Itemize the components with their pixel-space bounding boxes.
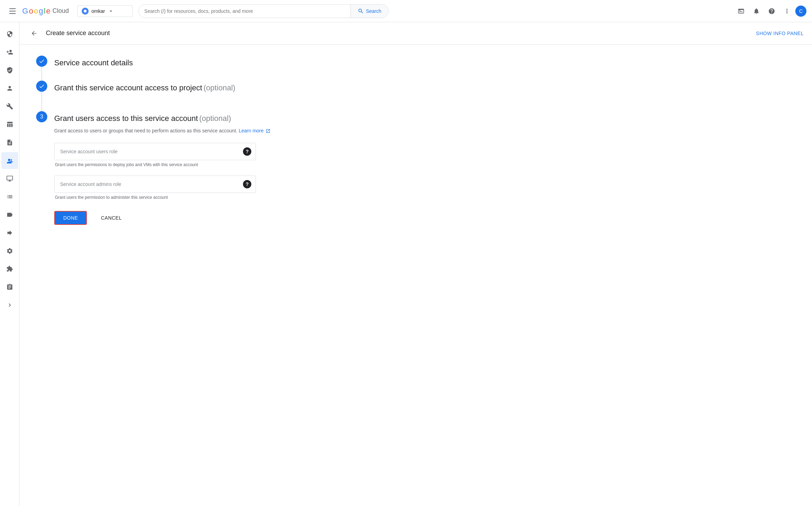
chevron-right-icon	[6, 302, 13, 309]
project-icon	[82, 8, 89, 15]
search-input[interactable]	[139, 5, 350, 17]
step-3-optional: (optional)	[199, 114, 231, 123]
step-1-indicator	[36, 56, 47, 81]
more-vert-icon	[783, 8, 790, 15]
manage-accounts-icon	[6, 157, 13, 164]
wrench-icon	[6, 103, 13, 110]
main-content: Create service account SHOW INFO PANEL S…	[19, 22, 812, 506]
sidebar-item-shield2[interactable]	[1, 62, 18, 79]
step-2-line	[41, 92, 42, 111]
page-header-left: Create service account	[28, 27, 110, 40]
step-3-description: Grant access to users or groups that nee…	[54, 127, 316, 134]
search-bar: Search	[138, 4, 389, 18]
users-role-field-group: ? Grant users the permissions to deploy …	[54, 143, 316, 167]
hamburger-menu[interactable]	[6, 4, 19, 18]
nav-icons: C	[734, 4, 806, 18]
step-3-circle: 3	[36, 111, 47, 122]
admins-role-help-button[interactable]: ?	[239, 176, 255, 193]
step-3-title: Grant users access to this service accou…	[54, 114, 198, 123]
checkmark-icon	[39, 58, 45, 64]
hamburger-icon	[9, 8, 16, 14]
step-3-heading: Grant users access to this service accou…	[54, 113, 316, 124]
sidebar-item-document[interactable]	[1, 134, 18, 151]
back-arrow-icon	[31, 30, 38, 37]
done-button[interactable]: DONE	[54, 211, 87, 225]
step-2-optional: (optional)	[203, 83, 235, 92]
back-button[interactable]	[28, 27, 40, 40]
sidebar-item-list[interactable]	[1, 188, 18, 205]
user-avatar[interactable]: C	[795, 6, 806, 17]
sidebar-item-settings[interactable]	[1, 243, 18, 259]
step-2: Grant this service account access to pro…	[36, 81, 316, 111]
terminal-button[interactable]	[734, 4, 748, 18]
step-2-circle	[36, 81, 47, 92]
admins-role-input-container: ?	[54, 176, 256, 193]
sidebar-item-screen[interactable]	[1, 170, 18, 187]
notifications-button[interactable]	[749, 4, 763, 18]
admins-role-help-icon: ?	[243, 180, 251, 188]
external-link-icon	[266, 129, 270, 133]
users-role-help-text: Grant users the permissions to deploy jo…	[54, 162, 316, 167]
notifications-icon	[753, 8, 760, 15]
sidebar-item-plugin[interactable]	[1, 261, 18, 277]
step-2-content: Grant this service account access to pro…	[54, 81, 316, 102]
step-1-circle	[36, 56, 47, 67]
settings-icon	[6, 247, 13, 254]
step-2-indicator	[36, 81, 47, 111]
chevron-down-icon	[108, 8, 114, 14]
page-header: Create service account SHOW INFO PANEL	[19, 22, 812, 44]
table-chart-icon	[6, 121, 13, 128]
desktop-icon	[6, 175, 13, 182]
sidebar-item-shield[interactable]	[1, 26, 18, 42]
project-name: omkar	[91, 8, 105, 14]
logo-text: Google Cloud	[22, 7, 69, 16]
checkmark-icon-2	[39, 83, 45, 89]
admins-role-help-text: Grant users the permission to administer…	[54, 195, 316, 200]
search-icon	[358, 8, 364, 14]
learn-more-link[interactable]: Learn more	[239, 128, 264, 133]
terminal-icon	[738, 8, 745, 15]
sidebar-item-forward[interactable]	[1, 225, 18, 241]
person-icon	[6, 85, 13, 92]
admins-role-input[interactable]	[55, 177, 239, 192]
list-icon	[6, 193, 13, 200]
sidebar	[0, 22, 19, 506]
sidebar-item-person[interactable]	[1, 80, 18, 97]
form-content: Service account details Grant this servi…	[19, 44, 332, 236]
help-button[interactable]	[765, 4, 779, 18]
search-button[interactable]: Search	[350, 5, 388, 18]
audit-icon	[6, 284, 13, 291]
top-nav: Google Cloud omkar Search C	[0, 0, 812, 22]
sidebar-item-tag[interactable]	[1, 206, 18, 223]
person-add-icon	[6, 49, 13, 56]
help-icon	[768, 8, 775, 15]
step-1-content: Service account details	[54, 56, 316, 77]
sidebar-item-expand[interactable]	[1, 297, 18, 313]
sidebar-item-wrench[interactable]	[1, 98, 18, 115]
sidebar-item-audit[interactable]	[1, 279, 18, 295]
sidebar-item-service-accounts[interactable]	[1, 152, 18, 169]
cancel-button[interactable]: CANCEL	[92, 212, 130, 224]
step-1-title: Service account details	[54, 58, 133, 67]
step-2-title: Grant this service account access to pro…	[54, 83, 202, 92]
app-body: Create service account SHOW INFO PANEL S…	[0, 22, 812, 506]
page-title: Create service account	[46, 30, 110, 37]
shield-icon	[6, 31, 13, 38]
more-options-button[interactable]	[780, 4, 794, 18]
extension-icon	[6, 266, 13, 272]
sidebar-item-table[interactable]	[1, 116, 18, 133]
users-role-help-button[interactable]: ?	[239, 143, 255, 160]
step-3-content: Grant users access to this service accou…	[54, 111, 316, 225]
show-info-panel-button[interactable]: SHOW INFO PANEL	[756, 31, 804, 36]
step-3-number: 3	[40, 114, 43, 120]
google-cloud-logo[interactable]: Google Cloud	[22, 7, 69, 16]
description-icon	[6, 139, 13, 146]
step-1: Service account details	[36, 56, 316, 81]
sidebar-item-person-add[interactable]	[1, 44, 18, 60]
step-3-indicator: 3	[36, 111, 47, 122]
step-3: 3 Grant users access to this service acc…	[36, 111, 316, 225]
project-selector[interactable]: omkar	[77, 5, 133, 17]
search-button-label: Search	[366, 8, 381, 14]
users-role-input[interactable]	[55, 144, 239, 159]
label-icon	[6, 211, 13, 218]
